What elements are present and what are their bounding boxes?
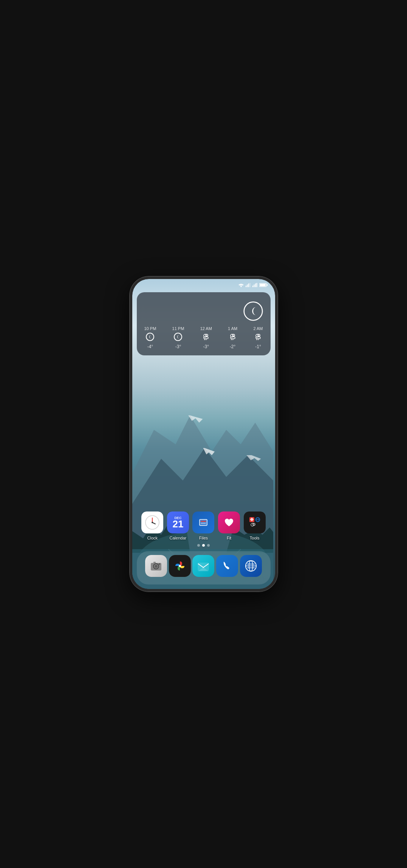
svg-rect-7 <box>248 284 249 287</box>
svg-line-32 <box>257 339 257 340</box>
widget-top-row <box>144 298 263 321</box>
dock-icon-email <box>192 555 214 577</box>
app-item-clock[interactable]: Clock <box>141 512 163 540</box>
svg-line-27 <box>231 339 232 340</box>
dock-icon-camera <box>145 555 167 577</box>
svg-line-33 <box>258 339 258 340</box>
svg-rect-15 <box>266 284 267 286</box>
page-dot-3[interactable] <box>207 544 210 547</box>
svg-point-37 <box>152 522 153 523</box>
forecast-item-2: 12 AM -3° <box>200 326 212 349</box>
svg-line-23 <box>206 339 206 340</box>
forecast-time-2: 12 AM <box>200 326 212 331</box>
app-item-calendar[interactable]: DEC 21 Calendar <box>167 512 189 540</box>
app-icon-files <box>192 512 214 533</box>
wifi-icon <box>238 283 244 287</box>
svg-rect-9 <box>252 285 253 287</box>
app-icon-calendar: DEC 21 <box>167 512 189 533</box>
svg-point-52 <box>159 563 160 565</box>
svg-rect-10 <box>254 285 254 287</box>
forecast-item-4: 2 AM -1° <box>253 326 263 349</box>
app-icon-tools <box>244 512 266 533</box>
forecast-icon-3 <box>228 332 237 343</box>
svg-rect-6 <box>247 285 248 287</box>
app-item-files[interactable]: Files <box>192 512 214 540</box>
forecast-icon-0 <box>145 332 155 343</box>
app-label-tools: Tools <box>250 536 260 540</box>
home-content: Clock DEC 21 Calendar Files Fit <box>132 358 275 589</box>
dock-icon-browser <box>240 555 262 577</box>
forecast-icon-4 <box>254 332 263 343</box>
svg-line-28 <box>233 339 233 340</box>
dock-item-email[interactable] <box>192 555 214 577</box>
app-icon-clock <box>141 512 163 533</box>
svg-rect-38 <box>200 519 207 525</box>
app-grid[interactable]: Clock DEC 21 Calendar Files Fit <box>132 512 275 540</box>
phone-frame: 10 PM -4°11 PM -3°12 AM -3°1 AM -2°2 AM … <box>130 277 277 591</box>
forecast-temp-0: -4° <box>147 344 153 349</box>
app-label-calendar: Calendar <box>170 536 187 540</box>
dock-icon-phone <box>216 555 238 577</box>
status-bar <box>132 279 275 289</box>
svg-rect-51 <box>153 562 156 563</box>
svg-point-53 <box>179 565 181 567</box>
forecast-icon-2 <box>201 332 210 343</box>
svg-rect-14 <box>260 284 265 286</box>
forecast-time-1: 11 PM <box>172 326 184 331</box>
signal-icon-2 <box>252 283 258 287</box>
app-label-clock: Clock <box>147 536 158 540</box>
battery-icon <box>259 283 268 287</box>
svg-rect-47 <box>251 525 255 526</box>
weather-widget: 10 PM -4°11 PM -3°12 AM -3°1 AM -2°2 AM … <box>137 292 271 355</box>
phone-screen: 10 PM -4°11 PM -3°12 AM -3°1 AM -2°2 AM … <box>132 279 275 589</box>
forecast-time-3: 1 AM <box>228 326 237 331</box>
forecast-icon-1 <box>173 332 183 343</box>
dock-icon-pinwheel <box>169 555 191 577</box>
svg-rect-31 <box>256 337 260 339</box>
dock <box>137 551 271 584</box>
status-icons <box>238 283 268 287</box>
forecast-row: 10 PM -4°11 PM -3°12 AM -3°1 AM -2°2 AM … <box>144 326 263 349</box>
svg-rect-8 <box>249 283 250 287</box>
svg-point-18 <box>174 333 182 341</box>
dock-item-phone[interactable] <box>216 555 238 577</box>
dock-item-camera[interactable] <box>145 555 167 577</box>
app-item-tools[interactable]: Tools <box>244 512 266 540</box>
moon-icon <box>243 301 263 321</box>
forecast-item-1: 11 PM -3° <box>172 326 184 349</box>
app-item-fit[interactable]: Fit <box>218 512 240 540</box>
dock-item-browser[interactable] <box>240 555 262 577</box>
forecast-temp-3: -2° <box>230 344 235 349</box>
svg-point-50 <box>155 565 158 568</box>
forecast-item-0: 10 PM -4° <box>144 326 156 349</box>
app-label-files: Files <box>199 536 208 540</box>
app-icon-fit <box>218 512 240 533</box>
svg-rect-5 <box>246 285 246 287</box>
app-label-fit: Fit <box>227 536 231 540</box>
svg-rect-26 <box>231 337 235 339</box>
forecast-item-3: 1 AM -2° <box>228 326 237 349</box>
dock-item-pinwheel[interactable] <box>169 555 191 577</box>
svg-point-17 <box>146 333 154 341</box>
page-dot-1[interactable] <box>197 544 200 547</box>
signal-icon-1 <box>246 283 251 287</box>
forecast-temp-2: -3° <box>203 344 209 349</box>
svg-rect-11 <box>255 284 256 287</box>
forecast-time-0: 10 PM <box>144 326 156 331</box>
svg-rect-12 <box>256 283 257 287</box>
forecast-time-4: 2 AM <box>253 326 263 331</box>
svg-line-22 <box>204 339 205 340</box>
svg-rect-21 <box>204 337 208 339</box>
forecast-temp-1: -3° <box>175 344 181 349</box>
forecast-temp-4: -1° <box>255 344 261 349</box>
page-dots <box>132 544 275 547</box>
page-dot-2[interactable] <box>202 544 205 547</box>
